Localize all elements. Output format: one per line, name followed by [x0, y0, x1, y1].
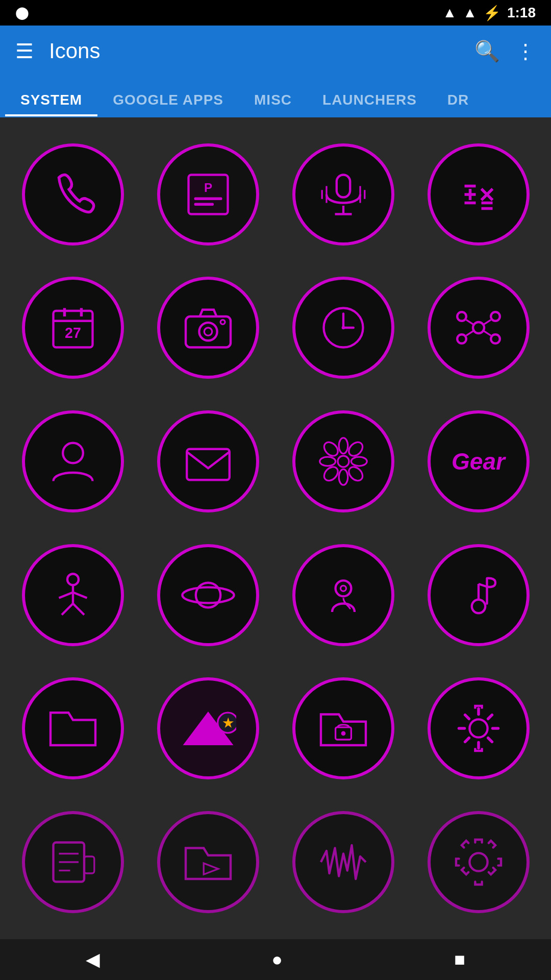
svg-point-56: [335, 580, 351, 596]
music-cell: [416, 533, 541, 657]
tab-bar: SYSTEM GOOGLE APPS MISC LAUNCHERS DR: [0, 77, 551, 117]
paint-icon[interactable]: [22, 811, 124, 913]
waveform-icon[interactable]: [292, 811, 394, 913]
folder-icon[interactable]: [22, 677, 124, 779]
status-bar: ⬤ ▲ ▲ ⚡ 1:18: [0, 0, 551, 26]
svg-point-43: [338, 456, 349, 467]
nav-bar: ◀ ● ■: [0, 939, 551, 980]
phone-icon[interactable]: [22, 143, 124, 246]
svg-point-47: [351, 457, 367, 466]
wifi-icon: ▲: [443, 5, 457, 21]
settings-icon[interactable]: [428, 677, 530, 779]
flower-icon[interactable]: [292, 410, 394, 512]
tab-system[interactable]: SYSTEM: [5, 92, 97, 116]
svg-text:★: ★: [222, 716, 233, 730]
planet-icon[interactable]: [157, 544, 259, 646]
svg-rect-68: [84, 856, 94, 873]
svg-rect-2: [194, 197, 222, 200]
svg-line-39: [466, 331, 473, 336]
tab-misc[interactable]: MISC: [239, 92, 307, 116]
time: 1:18: [507, 5, 536, 21]
secure-folder-icon[interactable]: [292, 677, 394, 779]
calendar-icon[interactable]: 27: [22, 277, 124, 379]
signal-icon: ▲: [463, 5, 477, 21]
icon-grid: P: [0, 117, 551, 939]
nodes-cell: [416, 266, 541, 390]
svg-rect-42: [187, 449, 230, 480]
email-cell: [145, 400, 270, 523]
paint-cell: [10, 800, 135, 924]
svg-point-66: [469, 720, 487, 738]
music-icon[interactable]: [428, 544, 530, 646]
svg-point-35: [457, 335, 466, 344]
fitness-cell: [10, 533, 135, 657]
bookmark-icon[interactable]: ★: [157, 677, 259, 779]
svg-point-33: [457, 312, 466, 322]
calculator-cell: [416, 133, 541, 256]
phone-cell: [10, 133, 135, 256]
nodes-icon[interactable]: [428, 277, 530, 379]
calendar-cell: 27: [10, 266, 135, 390]
svg-point-45: [339, 470, 348, 485]
fitness-icon[interactable]: [22, 544, 124, 646]
clock-icon[interactable]: [292, 277, 394, 379]
health-icon[interactable]: [292, 544, 394, 646]
more-button[interactable]: ⋮: [515, 39, 536, 63]
bookmark-cell: ★: [145, 667, 270, 791]
tab-dr[interactable]: DR: [432, 92, 484, 116]
camera-cell: [145, 266, 270, 390]
poster-cell: P: [145, 133, 270, 256]
gear-text-cell: Gear: [416, 400, 541, 523]
svg-point-32: [473, 322, 484, 333]
email-icon[interactable]: [157, 410, 259, 512]
gear-label: Gear: [452, 448, 505, 475]
health-cell: [281, 533, 406, 657]
svg-text:27: 27: [65, 325, 81, 341]
svg-rect-4: [336, 175, 349, 197]
svg-point-49: [346, 439, 365, 458]
svg-text:P: P: [204, 180, 212, 194]
recent-button[interactable]: ■: [454, 949, 465, 970]
gear-bottom-cell: [416, 800, 541, 924]
svg-point-58: [471, 600, 485, 613]
microphone-cell: [281, 133, 406, 256]
tab-launchers[interactable]: LAUNCHERS: [307, 92, 432, 116]
battery-icon: ⚡: [483, 5, 501, 21]
svg-line-38: [483, 320, 490, 325]
camera-indicator: ⬤: [15, 6, 29, 20]
settings-cell: [416, 667, 541, 791]
contacts-icon[interactable]: [22, 410, 124, 512]
svg-line-37: [466, 320, 473, 325]
microphone-icon[interactable]: [292, 143, 394, 246]
clock-cell: [281, 266, 406, 390]
svg-point-73: [469, 853, 487, 871]
svg-point-50: [321, 464, 340, 483]
back-button[interactable]: ◀: [86, 949, 100, 970]
svg-point-44: [339, 438, 348, 454]
svg-rect-3: [194, 203, 214, 206]
home-button[interactable]: ●: [271, 949, 283, 970]
svg-point-26: [204, 328, 212, 335]
poster-icon[interactable]: P: [157, 143, 259, 246]
svg-point-51: [346, 464, 365, 483]
gear-bottom-icon[interactable]: [428, 811, 530, 913]
status-icons: ▲ ▲ ⚡ 1:18: [443, 5, 536, 21]
camera-icon[interactable]: [157, 277, 259, 379]
video-folder-icon[interactable]: [157, 811, 259, 913]
svg-point-65: [341, 731, 345, 736]
svg-point-57: [340, 585, 346, 591]
search-button[interactable]: 🔍: [474, 39, 500, 63]
svg-point-52: [67, 574, 79, 585]
svg-point-31: [341, 326, 345, 330]
svg-marker-72: [204, 863, 218, 874]
tab-google-apps[interactable]: GOOGLE APPS: [97, 92, 239, 116]
menu-button[interactable]: ☰: [15, 39, 34, 63]
gear-text-icon[interactable]: Gear: [428, 410, 530, 512]
svg-point-27: [220, 320, 225, 325]
secure-folder-cell: [281, 667, 406, 791]
folder-cell: [10, 667, 135, 791]
video-folder-cell: [145, 800, 270, 924]
calculator-icon[interactable]: [428, 143, 530, 246]
planet-cell: [145, 533, 270, 657]
svg-point-46: [319, 457, 335, 466]
